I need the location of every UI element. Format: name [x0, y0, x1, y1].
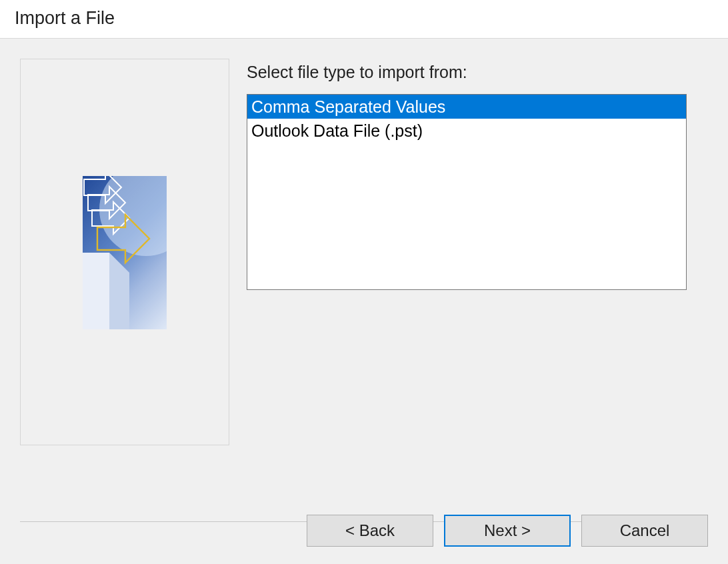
import-wizard-window: Import a File — [0, 0, 728, 564]
wizard-button-row: < Back Next > Cancel — [307, 515, 708, 547]
dialog-body: Select file type to import from: Comma S… — [0, 38, 728, 564]
svg-marker-2 — [109, 253, 129, 329]
illustration-pane — [20, 59, 229, 445]
file-type-listbox[interactable]: Comma Separated ValuesOutlook Data File … — [247, 94, 687, 290]
next-button[interactable]: Next > — [444, 515, 571, 547]
svg-marker-1 — [83, 253, 109, 329]
content-row: Select file type to import from: Comma S… — [20, 59, 708, 445]
file-type-option[interactable]: Outlook Data File (.pst) — [247, 119, 686, 143]
cancel-button[interactable]: Cancel — [581, 515, 708, 547]
file-type-prompt: Select file type to import from: — [247, 63, 708, 82]
back-button[interactable]: < Back — [307, 515, 433, 547]
dialog-title-text: Import a File — [15, 8, 115, 28]
file-type-option[interactable]: Comma Separated Values — [247, 95, 686, 119]
dialog-title: Import a File — [0, 0, 728, 38]
import-arrow-illustration — [83, 176, 167, 329]
file-type-section: Select file type to import from: Comma S… — [247, 59, 708, 445]
